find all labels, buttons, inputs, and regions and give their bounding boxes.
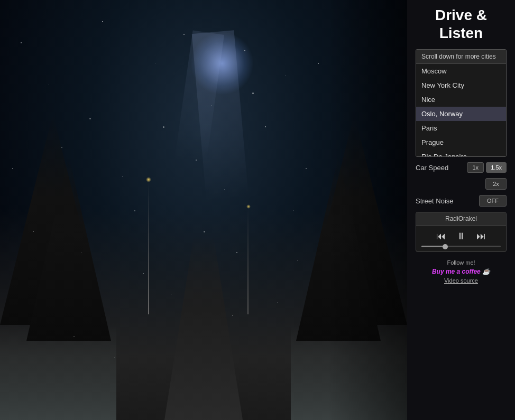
- city-item[interactable]: Oslo, Norway: [416, 107, 506, 121]
- city-item[interactable]: Nice: [416, 92, 506, 107]
- volume-slider[interactable]: [421, 246, 501, 247]
- radio-player: RadiOrakel ⏮ ⏸ ⏭: [416, 212, 507, 252]
- city-list[interactable]: MoscowNew York CityNiceOslo, NorwayParis…: [416, 64, 506, 156]
- right-panel: Drive & Listen Scroll down for more citi…: [407, 0, 515, 420]
- speed-1x-button[interactable]: 1x: [467, 162, 484, 173]
- radio-next-button[interactable]: ⏭: [475, 230, 488, 242]
- city-item[interactable]: New York City: [416, 78, 506, 92]
- city-item[interactable]: Moscow: [416, 64, 506, 78]
- city-item[interactable]: Rio De Janeiro: [416, 150, 506, 156]
- speed-buttons-top: 1x 1.5x: [467, 162, 507, 173]
- volume-thumb: [443, 244, 448, 249]
- speed-2x-button[interactable]: 2x: [485, 178, 507, 190]
- radio-prev-button[interactable]: ⏮: [435, 230, 447, 242]
- car-speed-row: Car Speed 1x 1.5x: [416, 162, 507, 173]
- city-item[interactable]: Paris: [416, 121, 506, 135]
- footer-section: Follow me! Buy me a coffee ☕ Video sourc…: [432, 259, 490, 284]
- dropdown-header: Scroll down for more cities: [416, 50, 506, 64]
- video-background: [0, 0, 407, 420]
- car-speed-label: Car Speed: [416, 164, 448, 172]
- volume-row: [416, 246, 506, 251]
- city-item[interactable]: Prague: [416, 135, 506, 150]
- radio-controls: ⏮ ⏸ ⏭: [416, 226, 506, 246]
- follow-label: Follow me!: [447, 259, 475, 266]
- city-dropdown: Scroll down for more cities MoscowNew Yo…: [416, 49, 507, 157]
- street-noise-row: Street Noise OFF: [416, 195, 507, 207]
- radio-pause-button[interactable]: ⏸: [455, 230, 467, 242]
- radio-station-name: RadiOrakel: [416, 212, 506, 226]
- video-source-link[interactable]: Video source: [444, 277, 478, 284]
- speed-2x-row: 2x: [416, 178, 507, 190]
- video-fade-overlay: [328, 0, 407, 420]
- street-noise-off-button[interactable]: OFF: [479, 195, 507, 207]
- buy-coffee-link[interactable]: Buy me a coffee ☕: [432, 268, 490, 275]
- speed-1-5x-button[interactable]: 1.5x: [486, 162, 507, 173]
- street-noise-label: Street Noise: [416, 197, 454, 205]
- app-title: Drive & Listen: [435, 6, 487, 42]
